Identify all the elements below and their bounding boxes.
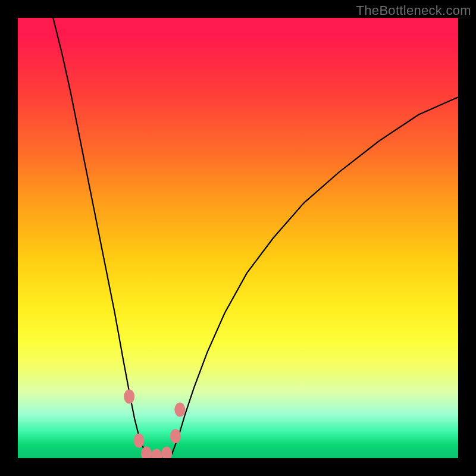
data-marker <box>134 433 145 447</box>
data-marker <box>161 447 172 458</box>
data-marker <box>124 389 134 403</box>
watermark-label: TheBottleneck.com <box>356 3 471 18</box>
chart-stage: TheBottleneck.com <box>0 0 476 476</box>
data-marker <box>174 403 185 417</box>
data-marker <box>141 447 152 458</box>
data-marker <box>170 429 181 443</box>
curve-layer <box>18 18 458 458</box>
bottleneck-curve <box>53 18 458 457</box>
data-marker <box>151 449 162 458</box>
